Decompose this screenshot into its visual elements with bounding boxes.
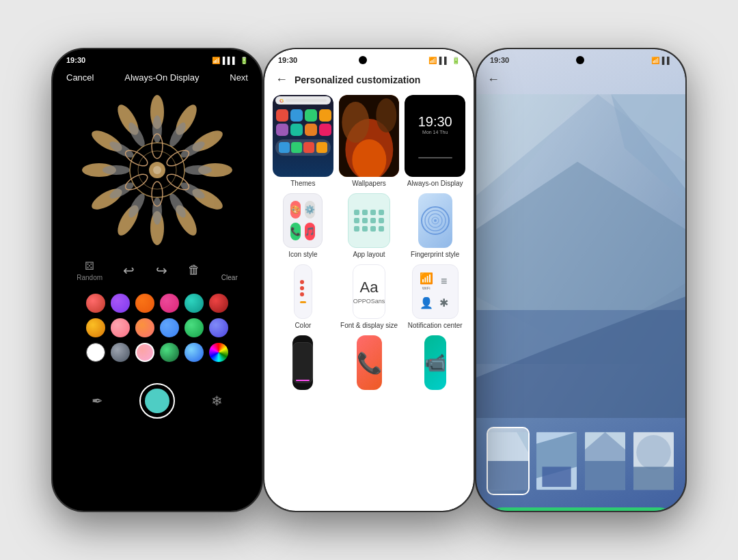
undo-button[interactable]: ↩ (123, 262, 135, 279)
themes-item[interactable]: G (273, 95, 333, 188)
color-rose[interactable] (111, 318, 130, 337)
svg-point-30 (123, 171, 150, 193)
phones-container: 19:30 📶 ▌▌▌ 🔋 Cancel Always-On Display N… (0, 0, 738, 560)
phone-2: 19:30 📶 ▌▌ 🔋 ← Personalized customizatio… (263, 48, 475, 512)
wp-thumb-3[interactable] (584, 427, 627, 495)
icon-style-item[interactable]: 🎨 ⚙️ 📞 🎵 Icon style (273, 193, 333, 259)
color-violet[interactable] (209, 318, 228, 337)
google-bar: G (275, 96, 331, 104)
svg-marker-63 (633, 466, 674, 490)
wallpaper-geometric-svg (476, 92, 685, 420)
themes-label: Themes (290, 180, 315, 188)
bars-notif: ≡ (437, 272, 451, 290)
color-thumbnail (294, 264, 312, 319)
color-red[interactable] (86, 294, 105, 313)
battery-icon: 🔋 (240, 57, 248, 64)
wallpapers-item[interactable]: Wallpapers (339, 95, 400, 188)
notification-thumbnail: 📶 WiFi ≡ 👤 ✱ (412, 264, 459, 319)
phone3-back-button[interactable]: ← (487, 72, 500, 87)
fingerprint-item[interactable]: Fingerprint style (405, 193, 465, 259)
svg-point-33 (153, 166, 161, 174)
teal-video-item[interactable]: 📹 (405, 335, 465, 390)
dock-icon-1 (279, 142, 290, 153)
bars-notif-icon: ≡ (441, 275, 447, 288)
color-white[interactable] (86, 343, 105, 362)
wallpapers-label: Wallpapers (352, 180, 386, 188)
color-green[interactable] (184, 318, 204, 337)
svg-point-37 (342, 102, 369, 143)
color-teal[interactable] (184, 294, 204, 313)
app-layout-item[interactable]: App layout (339, 193, 400, 259)
notification-item[interactable]: 📶 WiFi ≡ 👤 ✱ (405, 264, 465, 330)
user-notif-icon: 👤 (420, 296, 433, 309)
color-dark-red[interactable] (209, 294, 228, 313)
redo-button[interactable]: ↪ (156, 262, 167, 279)
home-dock (275, 139, 331, 156)
phone2-back-button[interactable]: ← (275, 72, 288, 87)
teal-video-thumbnail: 📹 (424, 335, 446, 390)
delete-button[interactable]: 🗑 (188, 263, 200, 277)
dot-4 (379, 210, 384, 215)
aod-date: Mon 14 Thu (422, 130, 448, 135)
cancel-button[interactable]: Cancel (66, 72, 94, 83)
effects-tool[interactable]: ❄ (211, 393, 223, 409)
dot-12 (379, 226, 384, 232)
phone3-time: 19:30 (490, 56, 509, 64)
wifi-notif-label: WiFi (422, 286, 430, 290)
capture-button[interactable] (139, 383, 175, 419)
font-label: Font & display size (340, 322, 398, 330)
aod-label: Always-on Display (407, 180, 463, 188)
color-orange[interactable] (135, 294, 154, 313)
app-layout-thumbnail (348, 193, 390, 248)
app-icon-6 (290, 124, 303, 136)
color-purple[interactable] (111, 294, 130, 313)
phone2-status-icons: 📶 ▌▌ 🔋 (428, 57, 460, 64)
color-coral[interactable] (135, 318, 154, 337)
phone3-volume-up[interactable] (685, 152, 687, 186)
randomize-button[interactable]: ⚄ Random (77, 260, 102, 281)
next-button[interactable]: Next (230, 72, 248, 83)
color-rainbow[interactable] (209, 343, 228, 362)
phone2-volume-up[interactable] (474, 152, 475, 186)
black-phone-item[interactable] (273, 335, 333, 390)
set-as-button[interactable]: Set As (487, 507, 675, 511)
color-yellow[interactable] (86, 318, 105, 337)
phone2-camera (359, 56, 367, 64)
color-item[interactable]: Color (273, 264, 333, 330)
phone2-screen: 19:30 📶 ▌▌ 🔋 ← Personalized customizatio… (264, 49, 474, 511)
c-dot-3 (300, 292, 304, 296)
grid-row-3: Color Aa OPPOSans Font & display size 📶 (273, 264, 465, 330)
brush-tool[interactable]: ✒ (92, 393, 103, 409)
wallpaper-preview (339, 95, 400, 177)
color-sky[interactable] (184, 343, 204, 362)
clear-button[interactable]: Clear (221, 259, 238, 281)
fingerprint-svg (418, 204, 452, 238)
phone2-volume-down[interactable] (474, 193, 475, 227)
mini-icon-2: ⚙️ (305, 201, 315, 219)
mini-icon-3: 📞 (290, 223, 301, 240)
color-gray[interactable] (111, 343, 130, 362)
phone2-status-bar: 19:30 📶 ▌▌ 🔋 (264, 49, 474, 67)
mini-icon-4: 🎵 (305, 223, 315, 240)
wifi-notif: 📶 WiFi (420, 272, 433, 290)
font-item[interactable]: Aa OPPOSans Font & display size (339, 264, 400, 330)
color-pink-grad[interactable] (160, 294, 179, 313)
dock-icon-4 (316, 142, 327, 153)
svg-point-31 (123, 148, 150, 169)
color-palette (53, 288, 262, 373)
color-pink-light[interactable] (135, 343, 154, 362)
svg-point-15 (184, 165, 212, 175)
aod-item[interactable]: 19:30 Mon 14 Thu ✿ Always-on Display (405, 95, 465, 188)
phone3-volume-down[interactable] (685, 193, 687, 227)
wp-thumb-4[interactable] (632, 427, 675, 495)
pink-dial-item[interactable]: 📞 (339, 335, 400, 390)
signal-icon: ▌▌▌ (223, 57, 237, 64)
wp-thumb-2[interactable] (535, 427, 578, 495)
notification-label: Notification center (408, 322, 463, 330)
phone1-tools-bar: ⚄ Random ↩ ↪ 🗑 Clear (53, 252, 262, 288)
color-blue[interactable] (160, 318, 179, 337)
dots-row-1 (354, 210, 384, 215)
wp-thumb-1[interactable] (487, 427, 530, 495)
dot-9 (354, 226, 359, 232)
color-forest[interactable] (160, 343, 179, 362)
